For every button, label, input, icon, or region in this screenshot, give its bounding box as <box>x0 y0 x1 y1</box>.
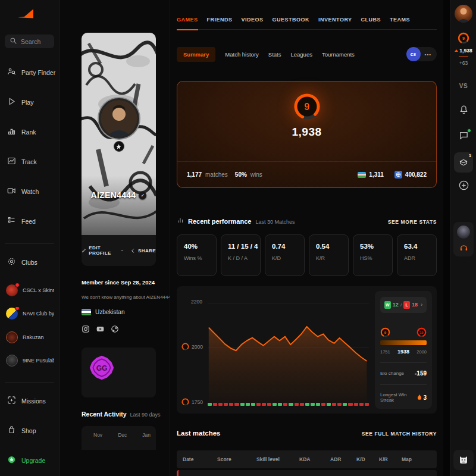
match-result-dash[interactable] <box>354 403 358 406</box>
match-result-dash[interactable] <box>321 403 325 406</box>
assistant-mascot-icon[interactable] <box>453 450 474 470</box>
sidebar-item-rank[interactable]: Rank <box>5 123 54 140</box>
match-result-dash[interactable] <box>348 403 352 406</box>
last-matches-title: Last matches <box>177 430 221 437</box>
sidebar-item-label: Party Finder <box>21 69 55 76</box>
tab-clubs[interactable]: CLUBS <box>361 17 381 24</box>
subtab-stats[interactable]: Stats <box>268 51 281 58</box>
match-result-dash[interactable] <box>300 403 304 406</box>
sidebar-item-missions[interactable]: Missions <box>5 392 54 409</box>
subtab-tournaments[interactable]: Tournaments <box>322 51 355 58</box>
column-date[interactable]: Date <box>183 456 217 462</box>
game-selector[interactable]: cs ••• <box>406 47 437 61</box>
sidebar-item-upgrade[interactable]: Upgrade <box>5 452 54 469</box>
instagram-icon[interactable] <box>82 325 90 336</box>
sidebar-item-feed[interactable]: Feed <box>5 212 54 230</box>
tab-games[interactable]: GAMES <box>177 17 198 30</box>
match-result-dash[interactable] <box>213 403 217 406</box>
column-kd[interactable]: K/D <box>356 456 379 462</box>
country-rank[interactable]: 1,311 <box>358 171 383 178</box>
chat-icon[interactable] <box>459 130 469 140</box>
match-row-partial[interactable] <box>177 470 437 476</box>
match-result-dash[interactable] <box>240 403 245 406</box>
subtab-summary[interactable]: Summary <box>177 47 215 62</box>
match-result-dash[interactable] <box>311 403 315 406</box>
add-party-icon[interactable] <box>458 180 469 191</box>
vs-label[interactable]: VS <box>459 83 468 89</box>
notifications-bell-icon[interactable] <box>459 105 469 115</box>
edit-profile-button[interactable]: EDIT PROFILE <box>82 245 124 256</box>
profile-avatar[interactable] <box>99 98 139 139</box>
stat-label: K/R <box>316 255 348 261</box>
win-loss-summary[interactable]: W 12 / L 18 › <box>380 297 427 313</box>
sidebar-item-label: Track <box>21 158 37 165</box>
subtab-match-history[interactable]: Match history <box>225 51 259 58</box>
match-result-dash[interactable] <box>229 403 233 406</box>
match-result-dash[interactable] <box>218 403 223 406</box>
sidebar-item-watch[interactable]: Watch <box>5 183 54 200</box>
search-input[interactable] <box>21 38 52 45</box>
match-result-dash[interactable] <box>278 403 282 406</box>
match-result-dash[interactable] <box>316 403 320 406</box>
match-result-dash[interactable] <box>256 403 261 406</box>
column-adr[interactable]: ADR <box>330 456 356 462</box>
profile-tabs: GAMES FRIENDS VIDEOS GUESTBOOK INVENTORY… <box>177 17 437 30</box>
see-more-stats-link[interactable]: SEE MORE STATS <box>388 219 437 225</box>
search-box[interactable] <box>5 35 54 48</box>
match-result-dash[interactable] <box>251 403 255 406</box>
column-kda[interactable]: KDA <box>299 456 330 462</box>
queue-widget[interactable]: 1 <box>454 152 473 173</box>
sidebar-item-track[interactable]: Track <box>5 153 54 170</box>
uzbekistan-flag-icon <box>358 172 366 178</box>
tab-guestbook[interactable]: GUESTBOOK <box>273 17 310 24</box>
match-result-dash[interactable] <box>246 403 250 406</box>
column-kr[interactable]: K/R <box>379 456 402 462</box>
match-result-dash[interactable] <box>327 403 331 406</box>
sidebar-club-navi[interactable]: NAVI Club by whit... <box>5 307 54 321</box>
sidebar-item-party-finder[interactable]: Party Finder <box>5 64 54 81</box>
match-result-dash[interactable] <box>359 403 364 406</box>
sidebar-club-9ine[interactable]: 9INE Pusulabet Cl... <box>5 354 54 368</box>
more-options-icon[interactable]: ••• <box>425 52 431 57</box>
sidebar-item-label: Upgrade <box>21 457 45 464</box>
match-result-dash[interactable] <box>305 403 309 406</box>
match-result-dash[interactable] <box>337 403 342 406</box>
match-result-dash[interactable] <box>273 403 277 406</box>
match-result-dash[interactable] <box>365 403 369 406</box>
sidebar-club-rakuzan[interactable]: Rakuzan <box>5 330 54 344</box>
column-skill-level[interactable]: Skill level <box>256 456 299 462</box>
match-result-dash[interactable] <box>343 403 347 406</box>
match-result-dash[interactable] <box>208 403 212 406</box>
matches-count: 1,177 <box>187 171 202 178</box>
column-map[interactable]: Map <box>402 456 431 462</box>
tab-teams[interactable]: TEAMS <box>390 17 410 24</box>
match-result-dash[interactable] <box>332 403 336 406</box>
tab-videos[interactable]: VIDEOS <box>242 17 264 24</box>
match-result-dash[interactable] <box>289 403 293 406</box>
sidebar-item-clubs[interactable]: Clubs <box>5 253 54 271</box>
sidebar-club-cscl[interactable]: CSCL x Skinrave I ... <box>5 283 54 297</box>
party-member-avatar[interactable] <box>457 226 470 239</box>
tab-inventory[interactable]: INVENTORY <box>318 17 352 24</box>
faceit-logo[interactable] <box>17 8 35 24</box>
elo-value: 1,938 <box>292 126 321 139</box>
tab-friends[interactable]: FRIENDS <box>207 17 233 24</box>
youtube-icon[interactable] <box>96 325 105 336</box>
column-score[interactable]: Score <box>217 456 256 462</box>
sidebar-item-play[interactable]: Play <box>5 93 54 111</box>
match-result-dash[interactable] <box>283 403 287 406</box>
subtab-leagues[interactable]: Leagues <box>290 51 312 58</box>
headset-icon[interactable] <box>459 243 468 252</box>
share-button[interactable]: SHARE <box>130 248 156 253</box>
match-result-dash[interactable] <box>234 403 239 406</box>
match-result-dash[interactable] <box>267 403 271 406</box>
steam-icon[interactable] <box>111 325 119 336</box>
see-full-match-history-link[interactable]: SEE FULL MATCH HISTORY <box>362 431 437 437</box>
gg-club-card[interactable]: GG <box>82 347 156 397</box>
sidebar-item-shop[interactable]: Shop <box>5 422 54 439</box>
region-rank[interactable]: 400,822 <box>394 171 427 178</box>
user-avatar[interactable] <box>455 5 472 23</box>
match-result-dash[interactable] <box>295 403 299 406</box>
match-result-dash[interactable] <box>262 403 266 406</box>
match-result-dash[interactable] <box>224 403 228 406</box>
